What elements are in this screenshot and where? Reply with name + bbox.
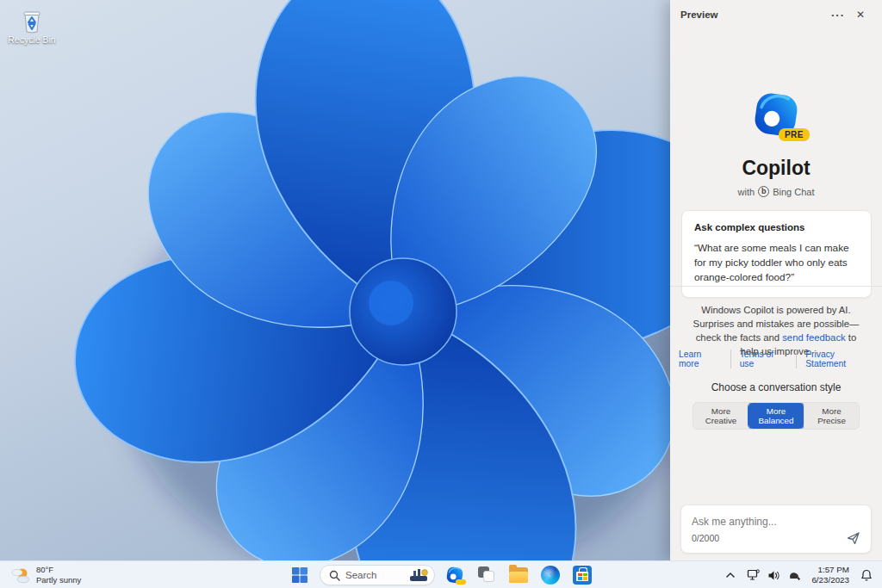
edge-icon [541,566,560,585]
learn-more-link[interactable]: Learn more [670,350,730,368]
preview-label: Preview [680,9,717,20]
panel-divider [670,286,882,287]
recycle-bin-shortcut[interactable]: Recycle Bin [7,7,57,46]
volume-status[interactable] [763,564,784,586]
tray-device-icon [788,570,801,581]
clock-date: 6/23/2023 [811,575,849,585]
close-icon: ✕ [856,9,865,20]
subtitle-bing-chat: Bing Chat [773,187,814,197]
copilot-title: Copilot [670,157,882,180]
send-icon [847,531,860,545]
copilot-pre-mini-badge [456,579,466,585]
taskbar: 80°F Partly sunny Search [0,560,882,588]
more-options-icon: ··· [831,9,845,21]
weather-icon [10,566,31,584]
taskbar-app-edge[interactable] [538,563,562,587]
style-option-0[interactable]: More Creative [693,403,748,429]
clock-widget[interactable]: 1:57 PM 6/23/2023 [806,564,854,586]
copilot-branding: PRE Copilot with b Bing Chat [670,90,882,197]
character-counter: 0/2000 [692,533,719,543]
file-explorer-icon [509,567,528,583]
privacy-statement-link[interactable]: Privacy Statement [796,350,882,368]
search-highlights-graphic [408,567,431,583]
terms-of-use-link[interactable]: Terms of use [730,350,797,368]
device-status[interactable] [784,564,804,586]
chat-composer[interactable]: 0/2000 [680,504,872,554]
send-button[interactable] [845,529,862,547]
copilot-panel: Preview ··· ✕ PRE Copilot with b Bing Ch… [670,0,882,560]
tray-status-icons[interactable] [742,564,804,586]
search-placeholder: Search [345,570,403,580]
suggestion-card-quote: “What are some meals I can make for my p… [694,241,859,285]
weather-temperature: 80°F [36,565,81,575]
search-icon [329,570,340,581]
copilot-logo: PRE [751,90,801,139]
send-feedback-link[interactable]: send feedback [782,332,846,343]
taskbar-app-copilot[interactable] [443,563,467,587]
screen: Recycle Bin Preview ··· ✕ PRE Copilot wi… [0,0,882,588]
recycle-bin-label: Recycle Bin [8,35,55,46]
chat-input[interactable] [692,516,860,528]
conversation-style-chooser: Choose a conversation style More Creativ… [670,381,882,430]
taskbar-center: Search [288,561,594,588]
weather-text: 80°F Partly sunny [36,565,81,585]
suggestion-card-title: Ask complex questions [694,222,859,232]
bloom-wallpaper-art [0,0,670,560]
suggestion-card[interactable]: Ask complex questions “What are some mea… [681,210,872,298]
network-icon [747,569,760,581]
notification-center-button[interactable] [856,564,877,586]
composer-bottom-row: 0/2000 [692,529,862,547]
taskbar-system-tray: 1:57 PM 6/23/2023 [720,561,880,588]
pre-badge: PRE [779,128,810,141]
desktop-wallpaper: Recycle Bin [0,0,670,560]
weather-widget[interactable]: 80°F Partly sunny [3,561,88,588]
tray-overflow-chevron[interactable] [720,564,741,586]
notification-bell-icon [860,569,873,581]
footer-links: Learn more Terms of use Privacy Statemen… [670,350,882,368]
windows-logo-icon [291,566,308,584]
taskbar-app-file-explorer[interactable] [506,563,531,587]
close-button[interactable]: ✕ [849,4,872,25]
conversation-style-label: Choose a conversation style [670,381,882,393]
copilot-subtitle: with b Bing Chat [670,186,882,197]
more-options-button[interactable]: ··· [827,4,849,25]
bing-chat-icon: b [758,186,769,197]
taskbar-app-microsoft-store[interactable] [570,563,594,587]
clock-time: 1:57 PM [811,565,849,575]
taskbar-app-task-view[interactable] [475,563,499,587]
copilot-panel-header: Preview ··· ✕ [670,0,882,29]
style-option-1[interactable]: More Balanced [748,403,804,429]
subtitle-with: with [738,187,755,197]
start-button[interactable] [288,563,312,587]
conversation-style-segmented-control: More Creative More Balanced More Precise [693,402,860,430]
search-box[interactable]: Search [320,565,435,585]
chevron-up-icon [725,572,736,579]
weather-condition: Partly sunny [36,575,81,585]
speaker-icon [767,570,780,581]
recycle-bin-icon [18,7,46,34]
style-option-2[interactable]: More Precise [804,403,859,429]
network-status[interactable] [742,564,763,586]
microsoft-store-icon [573,566,592,585]
